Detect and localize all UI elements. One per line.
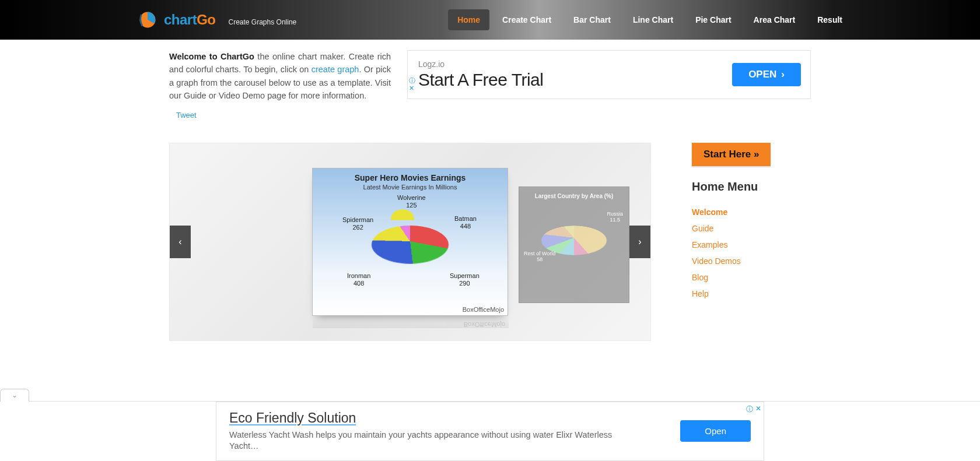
nav-bar-chart[interactable]: Bar Chart [564, 9, 620, 30]
nav-line-chart[interactable]: Line Chart [624, 9, 682, 30]
nav-result[interactable]: Result [808, 9, 852, 30]
start-here-button[interactable]: Start Here » [692, 143, 771, 166]
carousel-prev-button[interactable]: ‹ [170, 226, 191, 258]
nav-home[interactable]: Home [448, 9, 489, 30]
create-graph-link[interactable]: create graph [312, 65, 359, 74]
carousel-next-button[interactable]: › [629, 226, 650, 258]
ad-headline: Start A Free Trial [418, 70, 543, 90]
logo[interactable]: chartGo Create Graphs Online [137, 9, 296, 30]
template-carousel: ‹ › Super Hero Movies Earnings Latest Mo… [169, 143, 651, 341]
chevron-right-icon: › [781, 69, 785, 80]
nav-area-chart[interactable]: Area Chart [744, 9, 805, 30]
sidebar: Start Here » Home Menu Welcome Guide Exa… [692, 143, 808, 341]
nav-pie-chart[interactable]: Pie Chart [686, 9, 740, 30]
ad-top[interactable]: ⓘ ✕ Logz.io Start A Free Trial OPEN › [407, 50, 811, 99]
carousel-chart-side[interactable]: Largest Country by Area (%) Rest of Worl… [519, 186, 629, 303]
main-nav: Home Create Chart Bar Chart Line Chart P… [448, 9, 852, 30]
chart-title: Super Hero Movies Earnings [355, 173, 466, 182]
chart-subtitle: Latest Movie Earnings In Millions [363, 184, 457, 191]
ad-brand: Logz.io [418, 59, 543, 69]
menu-blog[interactable]: Blog [692, 269, 808, 286]
ad-close-icon[interactable]: ✕ [409, 85, 414, 92]
ad-info-icon[interactable]: ⓘ [409, 76, 415, 85]
tweet-link[interactable]: Tweet [176, 111, 197, 119]
menu-video-demos[interactable]: Video Demos [692, 253, 808, 269]
ad-open-button[interactable]: OPEN › [732, 63, 801, 86]
menu-guide[interactable]: Guide [692, 220, 808, 237]
carousel-chart-main[interactable]: Super Hero Movies Earnings Latest Movie … [312, 168, 508, 316]
home-menu-heading: Home Menu [692, 180, 808, 193]
menu-examples[interactable]: Examples [692, 237, 808, 253]
home-menu: Welcome Guide Examples Video Demos Blog … [692, 204, 808, 302]
logo-tagline: Create Graphs Online [229, 18, 297, 26]
menu-help[interactable]: Help [692, 286, 808, 302]
site-header: chartGo Create Graphs Online Home Create… [0, 0, 980, 40]
nav-create-chart[interactable]: Create Chart [493, 9, 561, 30]
menu-welcome[interactable]: Welcome [692, 204, 808, 220]
logo-icon [137, 9, 158, 30]
intro-text: Welcome to ChartGo the online chart make… [169, 50, 391, 103]
pie-chart: Wolverine125 Batman448 Superman290 Ironm… [352, 198, 468, 291]
logo-text: chartGo [164, 12, 216, 28]
chart-source: BoxOfficeMojo [463, 306, 504, 313]
